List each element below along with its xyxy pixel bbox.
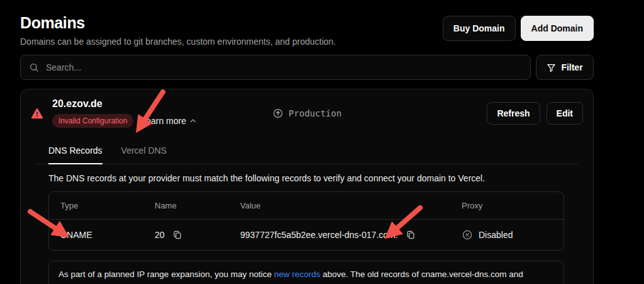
status-row: Invalid Configuration Learn more (52, 114, 197, 128)
dns-description: The DNS records at your provider must ma… (48, 173, 564, 183)
column-header-name: Name (155, 201, 240, 210)
column-header-value: Value (240, 201, 462, 210)
copy-icon[interactable] (172, 230, 182, 240)
learn-more-link[interactable]: Learn more (141, 116, 197, 126)
filter-button-label: Filter (561, 62, 582, 72)
filter-button[interactable]: Filter (536, 55, 594, 80)
record-type: CNAME (60, 230, 155, 240)
dns-records-table: Type Name Value Proxy CNAME 20 9937727fc… (48, 191, 564, 251)
record-proxy-status: Disabled (479, 230, 513, 240)
warning-icon (31, 107, 43, 120)
tab-dns-records[interactable]: DNS Records (48, 139, 103, 164)
new-records-link[interactable]: new records (274, 270, 321, 279)
domain-card-header: 20.ezov.de Invalid Configuration Learn m… (21, 89, 593, 134)
environment-text: Production (289, 108, 341, 118)
page-header-text: Domains Domains can be assigned to git b… (20, 14, 336, 47)
proxy-disabled-icon (462, 229, 473, 241)
dns-records-section: The DNS records at your provider must ma… (21, 164, 593, 284)
record-value: 9937727fc5a5b2ee.vercel-dns-017.com. (240, 230, 398, 240)
column-header-type: Type (60, 201, 155, 210)
search-icon (29, 62, 39, 72)
domains-page: Domains Domains can be assigned to git b… (20, 0, 594, 284)
environment-label: Production (272, 108, 341, 119)
filter-icon (547, 63, 556, 72)
table-row: CNAME 20 9937727fc5a5b2ee.vercel-dns-017… (49, 220, 564, 250)
record-value-cell: 9937727fc5a5b2ee.vercel-dns-017.com. (240, 230, 462, 240)
record-name: 20 (155, 230, 165, 240)
domain-text-block: 20.ezov.de Invalid Configuration Learn m… (52, 98, 197, 128)
page-title: Domains (20, 14, 336, 32)
dns-tabs: DNS Records Vercel DNS (36, 139, 578, 164)
environment-icon (272, 108, 284, 119)
copy-icon[interactable] (406, 230, 416, 240)
chevron-up-icon (189, 116, 197, 125)
domain-info: 20.ezov.de Invalid Configuration Learn m… (31, 98, 272, 128)
domain-name: 20.ezov.de (52, 98, 197, 110)
table-header-row: Type Name Value Proxy (49, 192, 564, 220)
status-badge: Invalid Configuration (52, 114, 133, 128)
page-subtitle: Domains can be assigned to git branches,… (20, 37, 336, 47)
refresh-button[interactable]: Refresh (487, 102, 540, 125)
learn-more-label: Learn more (141, 116, 186, 126)
record-name-cell: 20 (155, 230, 240, 240)
domain-card: 20.ezov.de Invalid Configuration Learn m… (20, 89, 594, 284)
tab-vercel-dns[interactable]: Vercel DNS (121, 139, 167, 164)
edit-button[interactable]: Edit (547, 102, 583, 125)
search-input[interactable] (45, 62, 522, 73)
card-actions: Refresh Edit (487, 102, 583, 125)
search-input-container[interactable] (20, 55, 531, 80)
column-header-proxy: Proxy (462, 201, 552, 210)
header-actions: Buy Domain Add Domain (443, 14, 594, 41)
buy-domain-button[interactable]: Buy Domain (443, 16, 516, 41)
record-proxy-cell: Disabled (462, 229, 552, 241)
note-text-before: As part of a planned IP range expansion,… (58, 270, 274, 279)
toolbar: Filter (20, 55, 594, 80)
add-domain-button[interactable]: Add Domain (521, 16, 594, 41)
page-header: Domains Domains can be assigned to git b… (20, 0, 594, 47)
ip-expansion-note: As part of a planned IP range expansion,… (48, 261, 564, 284)
